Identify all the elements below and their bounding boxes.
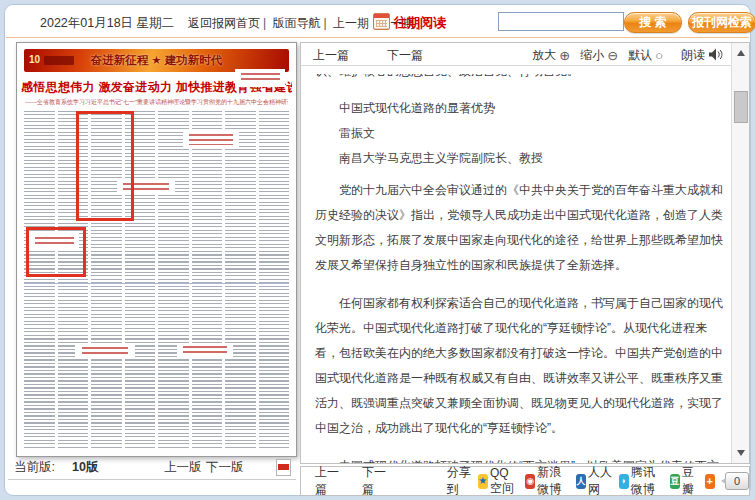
nav-separator: | [323, 16, 326, 30]
reset-zoom-button[interactable]: 默认 [628, 47, 652, 64]
page-subtitle: ——全省教育系统学习习近平总书记“七一”重要讲话精神理论暨学习贯彻党的十九届六中… [25, 98, 288, 107]
article-author: 雷振文 [315, 121, 726, 146]
nav-prev-issue-link[interactable]: 上一期 [333, 16, 369, 30]
zoom-in-button[interactable]: 放大 [532, 47, 556, 64]
advanced-search-button[interactable]: 报刊网检索 [688, 12, 755, 33]
scroll-down-button[interactable] [732, 445, 749, 461]
divider [8, 479, 296, 480]
zoom-out-icon[interactable]: ⊖ [607, 49, 618, 62]
page-thumbnail[interactable]: 10 奋进新征程 ★ 建功新时代 感悟思想伟力 激发奋进动力 加快推进教育强省建… [16, 42, 297, 457]
nav-separator: | [263, 16, 266, 30]
qzone-icon: ★ [478, 474, 488, 489]
epaper-window: 2022年01月18日 星期二 返回报网首页| 版面导航| 上一期 下一期| 往… [0, 0, 755, 500]
pdf-icon[interactable] [276, 459, 291, 476]
share-prev-article-link[interactable]: 上一篇 [315, 464, 340, 498]
share-renren-button[interactable]: 人 人人网 [576, 464, 613, 498]
nav-home-link[interactable]: 返回报网首页 [188, 16, 260, 30]
share-tencent-weibo-button[interactable]: ◗ 腾讯微博 [619, 464, 664, 498]
nav-layout-link[interactable]: 版面导航 [272, 16, 320, 30]
sina-weibo-icon: ◉ [525, 474, 535, 489]
douban-icon: 豆 [670, 474, 680, 489]
more-share-icon[interactable]: + [705, 474, 715, 489]
next-page-link[interactable]: 下一版 [206, 459, 244, 476]
article-paragraph: 党的十九届六中全会审议通过的《中共中央关于党的百年奋斗重大成就和历史经验的决议》… [315, 178, 726, 278]
article-body: 党的十九届六中全会审议通过的《中共中央关于党的百年奋斗重大成就和历史经验的决议》… [315, 178, 726, 463]
article-title-stub [75, 343, 135, 359]
share-next-article-link[interactable]: 下一篇 [362, 464, 387, 498]
page-columns [24, 111, 289, 449]
article-panel: 上一篇 下一篇 放大 ⊕ 缩小 ⊖ 默认 ○ 朗读 认、维护核心的思想自觉、政治… [300, 42, 750, 464]
share-qzone-button[interactable]: ★ QQ空间 [478, 466, 519, 497]
article-paragraph: 中国式现代化道路打破了现代化的“西方迷思”。以欧美国家为代表的西方现代化道路所取… [315, 454, 726, 463]
search-input[interactable] [498, 12, 624, 31]
share-bar: 上一篇 下一篇 分享到 ★ QQ空间 ◉ 新浪微博 人 人人网 ◗ 腾讯微博 豆… [300, 466, 750, 496]
renren-icon: 人 [576, 474, 586, 489]
calendar-icon [373, 13, 390, 30]
article-affiliation: 南昌大学马克思主义学院副院长、教授 [315, 146, 726, 171]
scroll-up-button[interactable] [732, 45, 749, 61]
zoom-in-icon[interactable]: ⊕ [559, 49, 570, 62]
share-to-label: 分享到 [447, 464, 472, 498]
view-controls: 放大 ⊕ 缩小 ⊖ 默认 ○ 朗读 [532, 47, 723, 64]
article-title-stub [183, 129, 239, 149]
highlight-box-article[interactable] [76, 111, 134, 221]
scrollbar-thumb[interactable] [734, 91, 748, 123]
article-content: 认、维护核心的思想自觉、政治自觉、行动自觉。 中国式现代化道路的显著优势 雷振文… [301, 66, 732, 463]
article-toolbar: 上一篇 下一篇 放大 ⊕ 缩小 ⊖ 默认 ○ 朗读 [301, 43, 749, 66]
reset-zoom-icon[interactable]: ○ [655, 49, 663, 62]
clipped-scroll-line: 认、维护核心的思想自觉、政治自觉、行动自觉。 [315, 74, 726, 85]
issue-date: 2022年01月18日 星期二 [40, 15, 174, 32]
article-meta: 中国式现代化道路的显著优势 雷振文 南昌大学马克思主义学院副院长、教授 [315, 96, 726, 171]
scrollbar[interactable] [731, 43, 749, 463]
prev-page-link[interactable]: 上一版 [164, 459, 202, 476]
top-bar: 2022年01月18日 星期二 返回报网首页| 版面导航| 上一期 下一期| 往… [6, 6, 749, 38]
article-title-stub [235, 69, 285, 87]
article-title-stub [177, 343, 233, 357]
current-page-label: 当前版: [14, 459, 55, 476]
zoom-out-button[interactable]: 缩小 [580, 47, 604, 64]
current-page-value: 10版 [72, 459, 98, 476]
article-title: 中国式现代化道路的显著优势 [315, 96, 726, 121]
highlight-box-current-article[interactable] [26, 227, 86, 277]
page-section-rule [24, 283, 289, 284]
prev-article-link[interactable]: 上一篇 [313, 47, 349, 64]
tencent-weibo-icon: ◗ [619, 474, 629, 489]
read-aloud-button[interactable]: 朗读 [681, 47, 705, 64]
page-pager: 当前版: 10版 上一版 下一版 [14, 459, 296, 477]
back-issues-link[interactable]: 往期阅读 [394, 14, 446, 32]
share-count[interactable]: 0 [725, 472, 749, 490]
article-paragraph: 任何国家都有权利探索适合自己的现代化道路，书写属于自己国家的现代化荣光。中国式现… [315, 291, 726, 441]
share-douban-button[interactable]: 豆 豆瓣 [670, 464, 699, 498]
search-button[interactable]: 搜 索 [624, 12, 682, 33]
speaker-icon[interactable] [709, 48, 723, 64]
banner-title: 奋进新征程 ★ 建功新时代 [24, 53, 289, 68]
share-sina-weibo-button[interactable]: ◉ 新浪微博 [525, 464, 570, 498]
next-article-link[interactable]: 下一篇 [387, 47, 423, 64]
